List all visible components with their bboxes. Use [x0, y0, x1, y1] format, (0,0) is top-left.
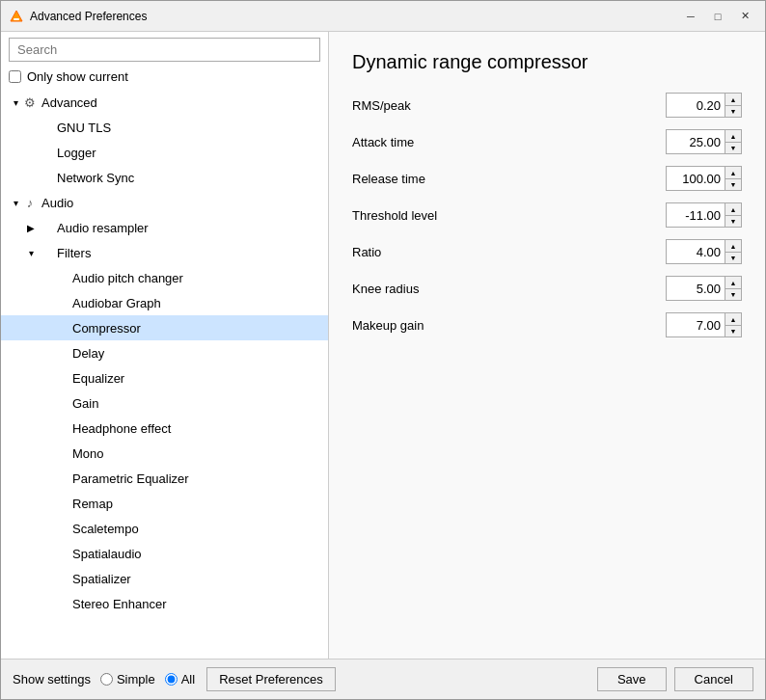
- reset-button[interactable]: Reset Preferences: [206, 667, 336, 691]
- tree-item-equalizer[interactable]: Equalizer: [1, 365, 328, 390]
- tree-item-audio[interactable]: ▾♪Audio: [1, 190, 328, 215]
- tree-item-mono[interactable]: Mono: [1, 441, 328, 466]
- tree-label: Audio pitch changer: [72, 271, 183, 285]
- tree-item-parametric-equalizer[interactable]: Parametric Equalizer: [1, 466, 328, 491]
- spinner-up[interactable]: ▲: [725, 130, 741, 142]
- tree-item-delay[interactable]: Delay: [1, 340, 328, 365]
- right-panel: Dynamic range compressor RMS/peak ▲ ▼ At…: [329, 32, 765, 659]
- tree-item-audiobar-graph[interactable]: Audiobar Graph: [1, 290, 328, 315]
- tree-arrow: ▾: [9, 95, 22, 109]
- param-input[interactable]: [667, 206, 725, 225]
- tree-item-filters[interactable]: ▾Filters: [1, 240, 328, 265]
- audio-icon: ♪: [22, 195, 38, 210]
- window: Advanced Preferences ─ □ ✕ Only show cur…: [0, 0, 766, 700]
- no-icon: [53, 370, 68, 386]
- gear-icon: ⚙: [22, 94, 38, 110]
- spinner-down[interactable]: ▼: [725, 178, 741, 190]
- param-input-group: ▲ ▼: [666, 239, 742, 264]
- param-input[interactable]: [667, 133, 725, 151]
- tree-arrow-empty: [40, 396, 53, 410]
- spinner-up[interactable]: ▲: [725, 167, 741, 178]
- tree-label: Audio resampler: [57, 221, 149, 235]
- tree-arrow-empty: [40, 471, 53, 485]
- tree-item-compressor[interactable]: Compressor: [1, 315, 328, 340]
- tree-item-logger[interactable]: Logger: [1, 140, 328, 165]
- tree-item-advanced[interactable]: ▾⚙Advanced: [1, 90, 328, 115]
- tree-arrow-empty: [24, 146, 38, 159]
- param-input[interactable]: [667, 280, 725, 298]
- radio-group: Simple All: [100, 672, 195, 687]
- param-row: Knee radius ▲ ▼: [352, 276, 742, 301]
- tree-item-headphone-effect[interactable]: Headphone effect: [1, 416, 328, 441]
- spinner-down[interactable]: ▼: [725, 142, 741, 153]
- spinner-down[interactable]: ▼: [725, 105, 741, 117]
- spinner-down[interactable]: ▼: [725, 288, 741, 300]
- tree-label: Remap: [72, 497, 113, 511]
- all-radio-label: All: [165, 672, 195, 687]
- tree-area: ▾⚙AdvancedGNU TLSLoggerNetwork Sync▾♪Aud…: [1, 90, 328, 659]
- spinner-up[interactable]: ▲: [725, 240, 741, 252]
- only-show-current-checkbox[interactable]: [9, 70, 21, 83]
- tree-item-audio-resampler[interactable]: ▶Audio resampler: [1, 215, 328, 240]
- spinner-down[interactable]: ▼: [725, 252, 741, 263]
- all-label: All: [181, 672, 195, 687]
- tree-item-gnu-tls[interactable]: GNU TLS: [1, 115, 328, 140]
- maximize-button[interactable]: □: [705, 6, 730, 27]
- simple-radio[interactable]: [100, 673, 113, 686]
- spinner-up[interactable]: ▲: [725, 203, 741, 215]
- tree-arrow: ▾: [9, 196, 22, 209]
- param-input[interactable]: [667, 96, 725, 115]
- param-row: Attack time ▲ ▼: [352, 129, 742, 154]
- main-content: Only show current ▾⚙AdvancedGNU TLSLogge…: [1, 32, 765, 659]
- tree-arrow-empty: [40, 497, 53, 510]
- tree-label: Spatialaudio: [72, 547, 142, 561]
- spinners: ▲ ▼: [725, 277, 741, 300]
- param-input-group: ▲ ▼: [666, 312, 742, 337]
- param-input[interactable]: [667, 243, 725, 261]
- all-radio[interactable]: [165, 673, 178, 686]
- tree-item-remap[interactable]: Remap: [1, 491, 328, 516]
- param-input[interactable]: [667, 316, 725, 335]
- param-input[interactable]: [667, 170, 725, 188]
- tree-label: Parametric Equalizer: [72, 471, 189, 486]
- tree-arrow-empty: [40, 296, 53, 310]
- tree-item-spatializer[interactable]: Spatializer: [1, 566, 328, 591]
- tree-arrow: ▾: [24, 246, 38, 259]
- no-icon: [38, 220, 53, 235]
- param-label: Makeup gain: [352, 318, 666, 333]
- tree-arrow-empty: [24, 121, 38, 134]
- param-row: RMS/peak ▲ ▼: [352, 93, 742, 118]
- no-icon: [53, 395, 68, 411]
- search-input[interactable]: [9, 38, 320, 62]
- param-input-group: ▲ ▼: [666, 166, 742, 191]
- only-show-current-label: Only show current: [27, 69, 128, 84]
- simple-label: Simple: [117, 672, 155, 687]
- cancel-button[interactable]: Cancel: [674, 667, 753, 691]
- save-button[interactable]: Save: [597, 667, 667, 691]
- tree-item-spatialaudio[interactable]: Spatialaudio: [1, 541, 328, 566]
- spinners: ▲ ▼: [725, 167, 741, 190]
- tree-label: Advanced: [41, 95, 97, 110]
- spinner-up[interactable]: ▲: [725, 277, 741, 288]
- simple-radio-label: Simple: [100, 672, 155, 687]
- minimize-button[interactable]: ─: [678, 6, 703, 27]
- spinner-up[interactable]: ▲: [725, 313, 741, 325]
- spinner-up[interactable]: ▲: [725, 94, 741, 105]
- tree-label: Filters: [57, 246, 91, 260]
- close-button[interactable]: ✕: [732, 6, 757, 27]
- spinner-down[interactable]: ▼: [725, 325, 741, 337]
- param-input-group: ▲ ▼: [666, 93, 742, 118]
- tree-item-network-sync[interactable]: Network Sync: [1, 165, 328, 190]
- tree-item-scaletempo[interactable]: Scaletempo: [1, 516, 328, 541]
- spinner-down[interactable]: ▼: [725, 215, 741, 227]
- tree-item-gain[interactable]: Gain: [1, 390, 328, 416]
- tree-item-audio-pitch-changer[interactable]: Audio pitch changer: [1, 265, 328, 290]
- tree-arrow-empty: [40, 321, 53, 335]
- left-panel: Only show current ▾⚙AdvancedGNU TLSLogge…: [1, 32, 329, 659]
- tree-item-stereo-enhancer[interactable]: Stereo Enhancer: [1, 591, 328, 616]
- tree-label: Mono: [72, 446, 104, 461]
- no-icon: [53, 521, 68, 536]
- tree-arrow-empty: [40, 371, 53, 385]
- svg-rect-1: [14, 18, 19, 20]
- no-icon: [53, 420, 68, 436]
